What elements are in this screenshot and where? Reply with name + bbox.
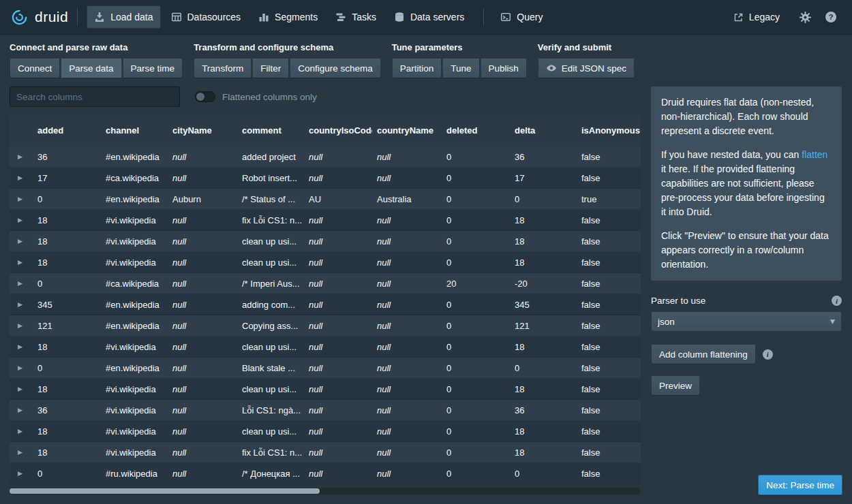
column-header-isAnonymous[interactable]: isAnonymous [577, 115, 641, 146]
table-cell: #vi.wikipedia [101, 336, 168, 358]
preview-button[interactable]: Preview [651, 375, 700, 396]
table-cell: 0 [442, 231, 510, 252]
step-button-parse-time[interactable]: Parse time [123, 58, 183, 78]
table-row[interactable]: ▶18#vi.wikipedianullfix Lỗi CS1: n...nul… [10, 210, 641, 231]
table-cell: null [372, 379, 442, 400]
nav-item-query[interactable]: Query [493, 5, 550, 29]
step-group-transform: Transform and configure schema Transform… [194, 42, 381, 78]
table-row[interactable]: ▶345#en.wikipedianulladding com...nullnu… [10, 294, 641, 315]
table-cell: null [168, 400, 237, 421]
row-expand-icon[interactable]: ▶ [10, 379, 33, 400]
parser-select[interactable]: json ▼ [651, 311, 842, 332]
step-group-label: Verify and submit [538, 42, 635, 52]
scrollbar-thumb[interactable] [10, 488, 320, 494]
row-expand-icon[interactable]: ▶ [10, 210, 33, 231]
nav-item-segments[interactable]: Segments [251, 5, 325, 29]
table-row[interactable]: ▶18#vi.wikipedianullfix Lỗi CS1: n...nul… [10, 442, 641, 463]
row-expand-icon[interactable]: ▶ [10, 146, 33, 168]
flattened-columns-toggle[interactable]: Flattened columns only [195, 91, 317, 102]
table-cell: /* Status of ... [237, 189, 304, 210]
chevron-down-icon: ▼ [830, 318, 835, 325]
row-expand-icon[interactable]: ▶ [10, 315, 33, 336]
table-cell: 0 [510, 189, 577, 210]
horizontal-scrollbar[interactable] [10, 488, 641, 494]
table-row[interactable]: ▶18#vi.wikipedianullclean up usi...nulln… [10, 231, 641, 252]
table-cell: #ca.wikipedia [101, 273, 168, 294]
table-row[interactable]: ▶18#vi.wikipedianullclean up usi...nulln… [10, 421, 641, 442]
nav-item-datasources[interactable]: Datasources [164, 5, 249, 29]
settings-button[interactable] [794, 6, 816, 28]
nav-item-label: Tasks [352, 12, 376, 22]
row-expand-icon[interactable]: ▶ [10, 421, 33, 442]
column-header-deleted[interactable]: deleted [442, 115, 510, 146]
step-button-connect[interactable]: Connect [10, 58, 60, 78]
logo-wordmark: druid [35, 9, 68, 25]
step-button-edit-json-spec[interactable]: Edit JSON spec [538, 58, 635, 78]
table-row[interactable]: ▶0#ru.wikipedianull/* Донецкая ...nullnu… [10, 463, 641, 484]
info-icon[interactable]: i [832, 296, 842, 306]
table-cell: null [372, 273, 442, 294]
nav-item-data-servers[interactable]: Data servers [386, 5, 472, 29]
step-button-transform[interactable]: Transform [194, 58, 252, 78]
table-cell: Auburn [168, 189, 237, 210]
step-button-publish[interactable]: Publish [481, 58, 527, 78]
column-header-cityName[interactable]: cityName [168, 115, 237, 146]
step-button-partition[interactable]: Partition [392, 58, 442, 78]
table-cell: #en.wikipedia [101, 358, 168, 379]
legacy-button[interactable]: Legacy [726, 5, 787, 29]
table-cell: 18 [33, 210, 101, 231]
table-row[interactable]: ▶121#en.wikipedianullCopying ass...nulln… [10, 315, 641, 336]
column-header-added[interactable]: added [33, 115, 101, 146]
table-cell: false [577, 358, 641, 379]
column-header-countryIsoCode[interactable]: countryIsoCode [304, 115, 372, 146]
legacy-label: Legacy [749, 12, 780, 22]
table-cell: 121 [510, 315, 577, 336]
table-cell: 345 [510, 294, 577, 315]
column-header-comment[interactable]: comment [237, 115, 304, 146]
datasources-icon [171, 12, 182, 22]
column-header-delta[interactable]: delta [510, 115, 577, 146]
row-expand-icon[interactable]: ▶ [10, 463, 33, 484]
row-expand-icon[interactable]: ▶ [10, 273, 33, 294]
search-columns-input[interactable] [10, 86, 180, 107]
column-header-countryName[interactable]: countryName [372, 115, 442, 146]
table-cell: null [372, 421, 442, 442]
row-expand-icon[interactable]: ▶ [10, 231, 33, 252]
table-row[interactable]: ▶18#vi.wikipedianullclean up usi...nulln… [10, 252, 641, 273]
row-expand-icon[interactable]: ▶ [10, 400, 33, 421]
nav-divider [77, 8, 78, 26]
row-expand-icon[interactable]: ▶ [10, 294, 33, 315]
row-expand-icon[interactable]: ▶ [10, 168, 33, 189]
table-row[interactable]: ▶36#en.wikipedianulladded projectnullnul… [10, 146, 641, 168]
table-row[interactable]: ▶17#ca.wikipedianullRobot insert...nulln… [10, 168, 641, 189]
step-button-filter[interactable]: Filter [252, 58, 289, 78]
step-button-configure-schema[interactable]: Configure schema [290, 58, 381, 78]
table-cell: 18 [33, 379, 101, 400]
column-header-channel[interactable]: channel [101, 115, 168, 146]
nav-item-tasks[interactable]: Tasks [328, 5, 384, 29]
table-row[interactable]: ▶18#vi.wikipedianullclean up usi...nulln… [10, 379, 641, 400]
table-row[interactable]: ▶36#vi.wikipedianullLỗi CS1: ngà...nulln… [10, 400, 641, 421]
table-row[interactable]: ▶18#vi.wikipedianullclean up usi...nulln… [10, 336, 641, 358]
table-row[interactable]: ▶0#ca.wikipedianull/* Imperi Aus...nulln… [10, 273, 641, 294]
step-button-parse-data[interactable]: Parse data [61, 58, 121, 78]
row-expand-icon[interactable]: ▶ [10, 336, 33, 358]
step-button-tune[interactable]: Tune [442, 58, 479, 78]
nav-item-label: Segments [275, 12, 318, 22]
next-parse-time-button[interactable]: Next: Parse time [758, 475, 842, 495]
info-icon[interactable]: i [763, 349, 773, 360]
add-column-flattening-button[interactable]: Add column flattening [651, 344, 756, 364]
row-expand-icon[interactable]: ▶ [10, 189, 33, 210]
help-button[interactable]: ? [820, 6, 842, 28]
table-row[interactable]: ▶0#en.wikipedianullBlank stale ...nullnu… [10, 358, 641, 379]
nav-item-load-data[interactable]: Load data [87, 5, 160, 29]
row-expand-icon[interactable]: ▶ [10, 358, 33, 379]
row-expand-icon[interactable]: ▶ [10, 252, 33, 273]
toggle-track[interactable] [195, 91, 215, 102]
table-cell: clean up usi... [237, 421, 304, 442]
table-row[interactable]: ▶0#en.wikipediaAuburn/* Status of ...AUA… [10, 189, 641, 210]
table-cell: 0 [33, 358, 101, 379]
flatten-link[interactable]: flatten [802, 149, 827, 160]
table-cell: false [577, 442, 641, 463]
row-expand-icon[interactable]: ▶ [10, 442, 33, 463]
